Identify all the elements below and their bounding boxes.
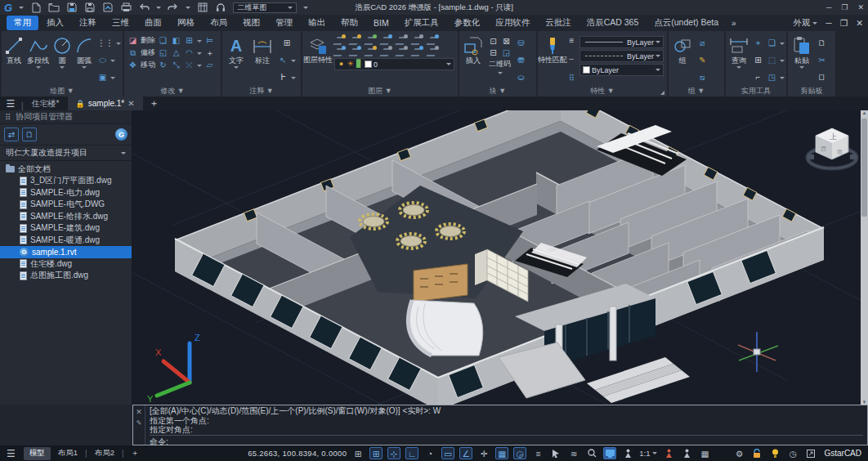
mirror2-tool-icon[interactable]: △ [171,47,181,58]
selection-cursor-icon[interactable] [549,447,562,459]
tree-file[interactable]: SAMPLE-给排水.dwg [0,211,132,223]
offset-icon[interactable]: ⧉ [128,47,138,58]
paste-button[interactable]: 粘贴 [791,34,812,86]
tree-file[interactable]: 总图施工图.dwg [0,270,132,282]
object-snap-icon[interactable]: ▦ [495,447,508,459]
panel-draw-label[interactable]: 绘图 ▼ [2,86,123,96]
array-caret-icon[interactable] [197,40,202,43]
tree-root-all-docs[interactable]: 全部文档 [0,163,132,175]
insert-button[interactable]: 插入 [463,34,484,86]
tab-output[interactable]: 输出 [301,16,333,30]
tab-mesh[interactable]: 网格 [170,16,202,30]
drawing-viewport[interactable]: 上 西 南 Z X Y [132,110,868,405]
point-caret-icon[interactable] [116,43,121,45]
layer-unisolate-icon[interactable] [381,47,391,56]
tab-pointcloud[interactable]: 点云(undet) Beta [647,16,726,30]
trim-tool-icon[interactable]: ⤬ [184,60,195,70]
app-menu-caret-icon[interactable] [19,7,24,9]
linetype-select[interactable]: ByLayer [579,50,664,62]
color-select[interactable]: ByLayer [579,64,664,76]
match-properties-button[interactable]: 特性匹配 [541,34,564,86]
group-select-icon[interactable]: ⧅ [697,72,708,83]
layout2-tab[interactable]: 布局2 [92,448,117,459]
centerline-caret-icon[interactable] [291,77,296,79]
layer-on-icon[interactable] [334,47,345,56]
scroll-up-icon[interactable]: ▲ [862,110,867,115]
arc-button[interactable]: 圆弧 [75,34,93,86]
search-icon[interactable] [585,447,598,459]
scale-tool-icon[interactable]: ◱ [158,47,168,58]
autoscale-icon[interactable] [662,447,675,459]
layer-merge-icon[interactable] [396,35,407,45]
tree-file[interactable]: SAMPLE-电力.dwg [0,187,132,199]
panel-properties-label[interactable]: 特性 ▼ [538,86,667,96]
doc-close-button[interactable]: ✕ [856,18,863,28]
offset-button[interactable]: 偏移 [141,47,155,58]
block-ref-icon[interactable]: ⛁ [516,38,526,48]
layer-match-icon[interactable] [427,35,438,45]
block-edit-icon[interactable]: ⊠ [501,36,512,47]
block-create-icon[interactable]: ⊟ [488,47,499,58]
circle-caret-icon[interactable] [60,66,65,69]
polyline-button[interactable]: 多段线 [27,34,49,86]
support-headset-icon[interactable] [215,2,226,13]
tree-file[interactable]: SAMPLE-暖通.dwg [0,235,132,247]
align-tool-icon[interactable]: ⊨ [204,35,215,46]
save-as-icon[interactable] [84,2,96,13]
sync-project-icon[interactable]: ⇄ [4,128,19,141]
undo-caret-icon[interactable] [156,7,161,9]
copy-nested-icon[interactable]: ❏ [767,38,777,48]
tab-layout[interactable]: 布局 [203,16,235,30]
mirror-tool-icon[interactable]: ◧ [171,35,181,46]
object-snap-tracking-icon[interactable]: ∠ [459,447,472,459]
copy-base-icon[interactable]: 🗌 [817,72,827,83]
layer-unlock-icon[interactable] [365,47,376,56]
ui-lock-icon[interactable] [750,447,763,459]
print-icon[interactable] [120,2,132,13]
tab-annotate[interactable]: 注释 [72,16,104,30]
quick-select-icon[interactable]: ◳ [767,72,777,83]
layer-properties-button[interactable]: 图层特性 [306,34,330,86]
panel-group-label[interactable]: 组 ▼ [669,86,724,96]
tab-overflow-chevron-icon[interactable]: » [727,19,741,28]
tab-parametric[interactable]: 参数化 [447,16,488,30]
ungroup-icon[interactable]: ⧄ [697,38,708,48]
layer-state-icon[interactable] [412,47,423,56]
close-button[interactable]: ✕ [857,3,864,11]
layer-lock-icon[interactable] [365,35,376,45]
text-button[interactable]: A 文字 [226,34,247,86]
circle-button[interactable]: 圆 [53,34,71,86]
import-doc-icon[interactable]: 🗋 [22,128,37,141]
appearance-menu[interactable]: 外观 [793,17,817,29]
hardware-acceleration-icon[interactable] [603,447,616,459]
layer-thaw-icon[interactable] [350,47,360,56]
command-close-icon[interactable]: ✕ [136,408,142,416]
erase-button[interactable]: 删除 [141,35,155,46]
trim-caret-icon[interactable] [197,65,202,67]
select-caret-icon[interactable] [780,60,785,62]
block-attach-icon[interactable]: ⊡ [488,36,499,47]
properties-expander-icon[interactable] [660,91,664,95]
tab-3d[interactable]: 三维 [105,16,136,30]
copy-tool-icon[interactable]: ❏ [158,35,168,46]
selection-cycling-icon[interactable]: ≋ [567,447,580,459]
restore-button[interactable]: ❐ [841,3,848,11]
tab-cad365[interactable]: 浩辰CAD 365 [579,16,647,30]
settings-gear-icon[interactable]: ⚙ [732,447,745,459]
paste-caret-icon[interactable] [799,66,804,69]
quick-select-caret-icon[interactable] [780,77,785,79]
layer-prev-icon[interactable] [396,47,407,56]
layout1-tab[interactable]: 布局1 [56,448,80,459]
minimize-button[interactable]: ─ [826,3,831,11]
qrcode-button[interactable]: 二维码 [489,59,511,69]
doc-tab-zhuzhailou[interactable]: 住宅楼* [24,96,68,110]
leader-tool-icon[interactable]: ↖ [278,55,289,65]
tab-view[interactable]: 视图 [235,16,267,30]
open-file-icon[interactable] [48,2,60,13]
array-tool-icon[interactable]: ⊞ [184,35,195,46]
model-tab[interactable]: 模型 [24,447,51,460]
qat-customize-caret-icon[interactable] [303,7,308,9]
tab-insert[interactable]: 插入 [39,16,71,30]
doc-tab-sample1[interactable]: 🔒 sample.1* ✕ [68,96,143,110]
point-tool-icon[interactable]: ⋮⋮ [97,38,114,48]
